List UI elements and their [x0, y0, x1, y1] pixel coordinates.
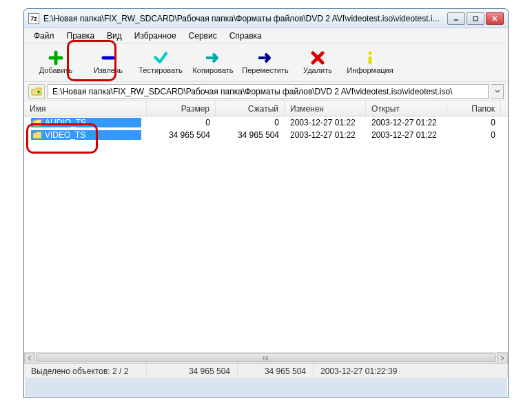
scroll-thumb[interactable]: [36, 353, 496, 362]
maximize-button[interactable]: [467, 12, 484, 25]
test-label: Тестировать: [139, 66, 183, 74]
col-modified[interactable]: Изменен: [285, 101, 366, 116]
status-compressed: 34 965 504: [238, 364, 314, 378]
x-icon: [309, 51, 326, 65]
move-button[interactable]: Переместить: [239, 45, 291, 81]
chevron-down-icon: [495, 90, 500, 94]
info-button[interactable]: Информация: [344, 45, 396, 81]
minimize-button[interactable]: [447, 12, 465, 25]
item-opened: 2003-12-27 01:22: [366, 118, 447, 127]
app-icon: 7z: [28, 13, 39, 24]
menu-view[interactable]: Вид: [101, 30, 127, 42]
menu-edit[interactable]: Правка: [61, 30, 101, 42]
path-dropdown[interactable]: [491, 84, 504, 99]
svg-point-4: [369, 51, 372, 54]
item-name: AUDIO_TS: [45, 118, 86, 127]
check-icon: [152, 51, 169, 65]
path-input[interactable]: E:\Новая папка\FIX_RW_SDCARD\Рабочая пап…: [48, 84, 489, 99]
col-size[interactable]: Размер: [147, 101, 216, 116]
list-row[interactable]: VIDEO_TS 34 965 504 34 965 504 2003-12-2…: [24, 129, 508, 141]
delete-label: Удалить: [303, 66, 332, 74]
info-label: Информация: [347, 66, 393, 74]
titlebar: 7z E:\Новая папка\FIX_RW_SDCARD\Рабочая …: [24, 9, 508, 28]
item-folders: 0: [447, 130, 501, 140]
svg-rect-1: [473, 17, 478, 21]
add-button[interactable]: Добавить: [30, 45, 82, 81]
menu-favorites[interactable]: Избранное: [129, 30, 182, 42]
window-title: E:\Новая папка\FIX_RW_SDCARD\Рабочая пап…: [43, 14, 447, 23]
item-size: 34 965 504: [147, 130, 216, 140]
item-name: VIDEO_TS: [45, 130, 85, 140]
col-compressed[interactable]: Сжатый: [216, 101, 285, 116]
file-list: AUDIO_TS 0 0 2003-12-27 01:22 2003-12-27…: [24, 116, 508, 363]
statusbar: Выделено объектов: 2 / 2 34 965 504 34 9…: [24, 363, 508, 378]
close-button[interactable]: [486, 12, 504, 25]
toolbar: Добавить Извлечь Тестировать Копировать …: [24, 43, 508, 82]
item-folders: 0: [447, 118, 501, 127]
scroll-left-button[interactable]: [24, 353, 35, 363]
item-modified: 2003-12-27 01:22: [285, 130, 366, 140]
item-modified: 2003-12-27 01:22: [285, 118, 366, 127]
menu-file[interactable]: Файл: [28, 30, 60, 42]
scroll-right-button[interactable]: [497, 353, 508, 363]
svg-rect-5: [369, 56, 372, 64]
horizontal-scrollbar[interactable]: [24, 352, 508, 363]
status-selected: Выделено объектов: 2 / 2: [24, 364, 147, 378]
menu-service[interactable]: Сервис: [183, 30, 223, 42]
folder-icon: [32, 131, 42, 139]
copy-button[interactable]: Копировать: [187, 45, 239, 81]
folder-icon: [32, 118, 42, 127]
item-compressed: 34 965 504: [216, 130, 285, 140]
menubar: Файл Правка Вид Избранное Сервис Справка: [24, 28, 508, 43]
move-label: Переместить: [242, 66, 288, 74]
add-label: Добавить: [39, 66, 73, 74]
col-name[interactable]: Имя: [24, 101, 147, 116]
item-opened: 2003-12-27 01:22: [366, 130, 447, 140]
list-header: Имя Размер Сжатый Изменен Открыт Папок: [24, 101, 508, 116]
extract-button[interactable]: Извлечь: [82, 45, 134, 81]
item-compressed: 0: [216, 118, 285, 127]
arrow-right-dark-icon: [257, 51, 274, 65]
item-size: 0: [147, 118, 216, 127]
minus-icon: [100, 51, 116, 65]
menu-help[interactable]: Справка: [224, 30, 267, 42]
plus-icon: [48, 51, 64, 65]
status-date: 2003-12-27 01:22:39: [314, 364, 508, 378]
window-frame: 7z E:\Новая папка\FIX_RW_SDCARD\Рабочая …: [23, 8, 509, 398]
list-row[interactable]: AUDIO_TS 0 0 2003-12-27 01:22 2003-12-27…: [24, 116, 508, 129]
pathbar: E:\Новая папка\FIX_RW_SDCARD\Рабочая пап…: [24, 82, 508, 101]
info-icon: [362, 51, 378, 65]
up-button[interactable]: [28, 84, 45, 99]
col-opened[interactable]: Открыт: [366, 101, 447, 116]
test-button[interactable]: Тестировать: [134, 45, 187, 81]
extract-label: Извлечь: [94, 66, 123, 74]
status-size: 34 965 504: [147, 364, 238, 378]
copy-label: Копировать: [192, 66, 233, 74]
col-folders[interactable]: Папок: [447, 101, 501, 116]
delete-button[interactable]: Удалить: [291, 45, 344, 81]
arrow-right-icon: [205, 51, 221, 65]
folder-up-icon: [31, 87, 42, 96]
